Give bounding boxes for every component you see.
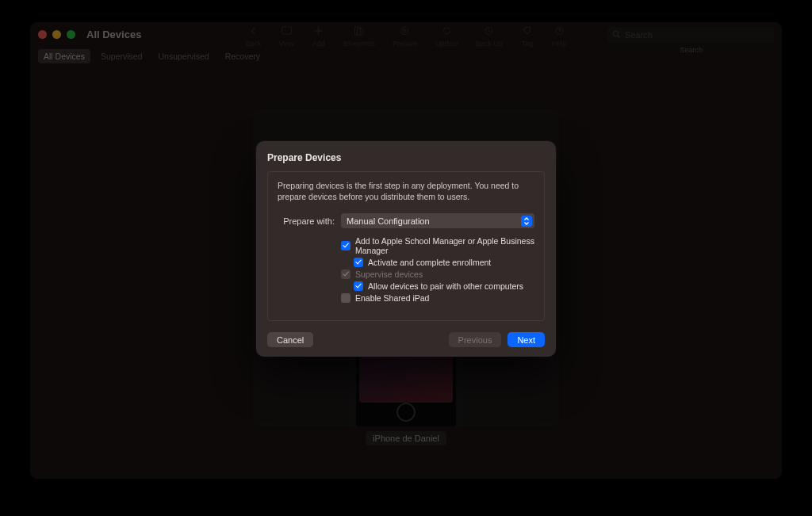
checkbox-shared-ipad[interactable] (341, 293, 350, 303)
option-add-to-manager[interactable]: Add to Apple School Manager or Apple Bus… (341, 236, 534, 255)
app-window: All Devices Back View Add Blueprints Pre (30, 22, 782, 479)
next-button[interactable]: Next (508, 332, 545, 347)
option-allow-pair[interactable]: Allow devices to pair with other compute… (354, 281, 534, 291)
chevron-updown-icon (521, 216, 532, 227)
cancel-button[interactable]: Cancel (267, 332, 313, 347)
prepare-devices-sheet: Prepare Devices Preparing devices is the… (256, 141, 556, 357)
sheet-buttons: Cancel Previous Next (267, 332, 545, 347)
prepare-with-value: Manual Configuration (347, 216, 430, 226)
checkbox-supervise (341, 269, 350, 279)
checkbox-allow-pair[interactable] (354, 281, 363, 291)
options-list: Add to Apple School Manager or Apple Bus… (341, 236, 534, 303)
previous-button: Previous (449, 332, 502, 347)
option-activate-enroll[interactable]: Activate and complete enrollment (354, 258, 534, 267)
option-shared-ipad[interactable]: Enable Shared iPad (341, 293, 534, 303)
prepare-with-label: Prepare with: (278, 216, 335, 226)
option-supervise: Supervise devices (341, 269, 534, 279)
sheet-body: Preparing devices is the first step in a… (267, 171, 545, 321)
checkbox-add-to-manager[interactable] (341, 241, 350, 250)
sheet-description: Preparing devices is the first step in a… (278, 180, 534, 202)
prepare-with-row: Prepare with: Manual Configuration (278, 213, 534, 228)
prepare-with-select[interactable]: Manual Configuration (341, 213, 534, 228)
sheet-title: Prepare Devices (267, 152, 545, 163)
checkbox-activate-enroll[interactable] (354, 258, 363, 267)
